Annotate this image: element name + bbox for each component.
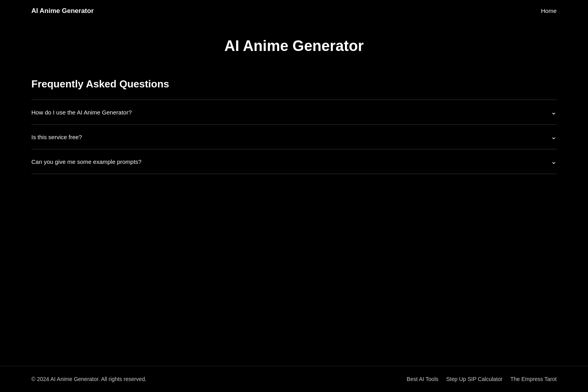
faq-question-1: How do I use the AI Anime Generator? (31, 109, 132, 116)
navbar: AI Anime Generator Home (0, 0, 588, 22)
chevron-down-icon-1: ⌄ (551, 108, 557, 116)
faq-item-2[interactable]: Is this service free? ⌄ (31, 125, 557, 149)
main-content: AI Anime Generator Frequently Asked Ques… (0, 22, 588, 198)
faq-item-1[interactable]: How do I use the AI Anime Generator? ⌄ (31, 100, 557, 125)
faq-question-2: Is this service free? (31, 134, 82, 140)
footer-copyright: © 2024 AI Anime Generator. All rights re… (31, 376, 147, 382)
faq-question-3: Can you give me some example prompts? (31, 158, 142, 165)
faq-heading: Frequently Asked Questions (31, 78, 557, 90)
faq-item-3[interactable]: Can you give me some example prompts? ⌄ (31, 149, 557, 174)
nav-links: Home (541, 7, 557, 15)
brand-logo[interactable]: AI Anime Generator (31, 7, 94, 15)
footer-links: Best AI Tools Step Up SIP Calculator The… (407, 376, 557, 383)
faq-section: Frequently Asked Questions How do I use … (31, 78, 557, 174)
chevron-down-icon-3: ⌄ (551, 157, 557, 166)
page-title: AI Anime Generator (31, 38, 557, 54)
footer-link-empress-tarot[interactable]: The Empress Tarot (510, 376, 557, 382)
chevron-down-icon-2: ⌄ (551, 132, 557, 141)
footer-link-best-ai-tools[interactable]: Best AI Tools (407, 376, 439, 382)
footer-link-sip-calculator[interactable]: Step Up SIP Calculator (446, 376, 503, 382)
footer: © 2024 AI Anime Generator. All rights re… (0, 366, 588, 392)
faq-list: How do I use the AI Anime Generator? ⌄ I… (31, 100, 557, 174)
nav-home-link[interactable]: Home (541, 7, 557, 14)
